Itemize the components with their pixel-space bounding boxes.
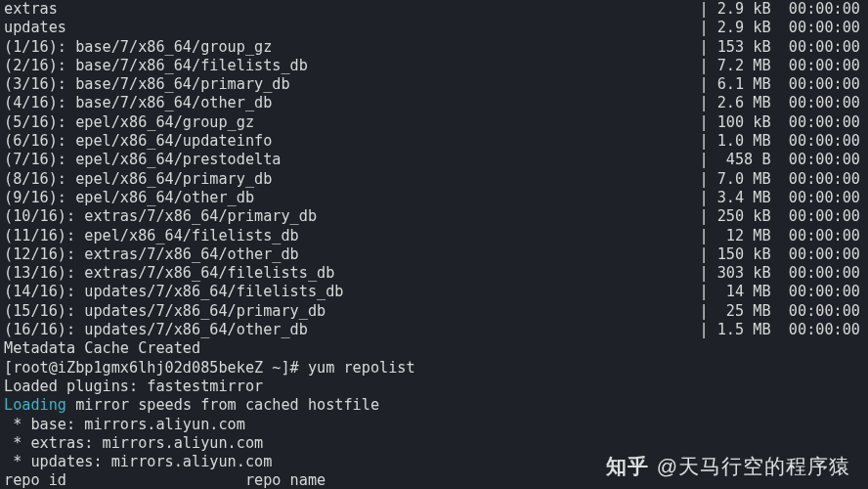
download-row-size-time: | 7.2 MB 00:00:00: [699, 57, 864, 75]
download-row: (11/16): epel/x86_64/filelists_db| 12 MB…: [4, 227, 864, 245]
download-row: (10/16): extras/7/x86_64/primary_db| 250…: [4, 207, 864, 226]
mirror-extras-line: * extras: mirrors.aliyun.com: [4, 434, 864, 453]
download-row-size-time: | 250 kB 00:00:00: [699, 207, 864, 226]
repolist-header-line: repo id repo name: [4, 471, 864, 489]
metadata-cache-created: Metadata Cache Created: [4, 339, 864, 358]
download-row: (12/16): extras/7/x86_64/other_db| 150 k…: [4, 245, 864, 264]
download-row: (1/16): base/7/x86_64/group_gz| 153 kB 0…: [4, 38, 864, 57]
download-row-size-time: | 14 MB 00:00:00: [699, 283, 864, 301]
repo-summary-row-size-time: | 2.9 kB 00:00:00: [699, 19, 864, 37]
command-line: [root@iZbp1gmx6lhj02d085bekeZ ~]# yum re…: [4, 359, 864, 378]
loading-mirror-line: Loading mirror speeds from cached hostfi…: [4, 396, 864, 415]
download-row-path: (2/16): base/7/x86_64/filelists_db: [4, 57, 308, 75]
mirror-base-line: * base: mirrors.aliyun.com: [4, 416, 864, 434]
download-row-path: (1/16): base/7/x86_64/group_gz: [4, 38, 272, 57]
download-row-size-time: | 25 MB 00:00:00: [699, 302, 864, 321]
download-row-path: (9/16): epel/x86_64/other_db: [4, 189, 254, 207]
download-row-size-time: | 12 MB 00:00:00: [699, 227, 864, 245]
download-row-path: (6/16): epel/x86_64/updateinfo: [4, 132, 272, 151]
download-row: (3/16): base/7/x86_64/primary_db| 6.1 MB…: [4, 75, 864, 94]
download-row-path: (5/16): epel/x86_64/group_gz: [4, 113, 254, 132]
shell-prompt: [root@iZbp1gmx6lhj02d085bekeZ ~]#: [4, 359, 308, 378]
download-row: (14/16): updates/7/x86_64/filelists_db| …: [4, 283, 864, 301]
repo-summary-row-path: updates: [4, 19, 66, 37]
mirror-updates-line: * updates: mirrors.aliyun.com: [4, 453, 864, 471]
loading-keyword: Loading: [4, 396, 66, 415]
download-row-size-time: | 100 kB 00:00:00: [699, 113, 864, 132]
download-row-size-time: | 1.5 MB 00:00:00: [699, 321, 864, 339]
mirror-updates-line-path: * updates: mirrors.aliyun.com: [4, 453, 272, 471]
mirror-extras-line-path: * extras: mirrors.aliyun.com: [4, 434, 263, 453]
download-row-path: (11/16): epel/x86_64/filelists_db: [4, 227, 299, 245]
loaded-plugins-line: Loaded plugins: fastestmirror: [4, 378, 864, 396]
download-row-path: (16/16): updates/7/x86_64/other_db: [4, 321, 308, 339]
download-row: (15/16): updates/7/x86_64/primary_db| 25…: [4, 302, 864, 321]
download-row-size-time: | 3.4 MB 00:00:00: [699, 189, 864, 207]
repo-summary-row-size-time: | 2.9 kB 00:00:00: [699, 0, 864, 19]
download-row-path: (8/16): epel/x86_64/primary_db: [4, 170, 272, 189]
download-row-path: (3/16): base/7/x86_64/primary_db: [4, 75, 290, 94]
download-row: (9/16): epel/x86_64/other_db| 3.4 MB 00:…: [4, 189, 864, 207]
download-row-size-time: | 303 kB 00:00:00: [699, 264, 864, 283]
repo-summary-row-path: extras: [4, 0, 58, 19]
download-row-path: (12/16): extras/7/x86_64/other_db: [4, 245, 299, 264]
download-row: (2/16): base/7/x86_64/filelists_db| 7.2 …: [4, 57, 864, 75]
download-row-size-time: | 6.1 MB 00:00:00: [699, 75, 864, 94]
metadata-cache-created-path: Metadata Cache Created: [4, 339, 200, 358]
download-row: (13/16): extras/7/x86_64/filelists_db| 3…: [4, 264, 864, 283]
download-row: (8/16): epel/x86_64/primary_db| 7.0 MB 0…: [4, 170, 864, 189]
download-row-path: (15/16): updates/7/x86_64/primary_db: [4, 302, 326, 321]
loaded-plugins-line-path: Loaded plugins: fastestmirror: [4, 378, 263, 396]
download-row: (16/16): updates/7/x86_64/other_db| 1.5 …: [4, 321, 864, 339]
download-row-path: (13/16): extras/7/x86_64/filelists_db: [4, 264, 334, 283]
repo-summary-row: extras| 2.9 kB 00:00:00: [4, 0, 864, 19]
download-row-size-time: | 1.0 MB 00:00:00: [699, 132, 864, 151]
download-row-size-time: | 2.6 MB 00:00:00: [699, 94, 864, 112]
download-row-path: (4/16): base/7/x86_64/other_db: [4, 94, 272, 112]
terminal-output: extras| 2.9 kB 00:00:00updates| 2.9 kB 0…: [0, 0, 868, 489]
download-row-path: (7/16): epel/x86_64/prestodelta: [4, 151, 281, 169]
download-row-path: (10/16): extras/7/x86_64/primary_db: [4, 207, 317, 226]
download-row-size-time: | 150 kB 00:00:00: [699, 245, 864, 264]
repo-summary-row: updates| 2.9 kB 00:00:00: [4, 19, 864, 37]
loading-rest: mirror speeds from cached hostfile: [66, 396, 379, 415]
download-row: (4/16): base/7/x86_64/other_db| 2.6 MB 0…: [4, 94, 864, 112]
download-row: (6/16): epel/x86_64/updateinfo| 1.0 MB 0…: [4, 132, 864, 151]
download-row-size-time: | 458 B 00:00:00: [699, 151, 864, 169]
download-row: (7/16): epel/x86_64/prestodelta| 458 B 0…: [4, 151, 864, 169]
mirror-base-line-path: * base: mirrors.aliyun.com: [4, 416, 245, 434]
download-row-path: (14/16): updates/7/x86_64/filelists_db: [4, 283, 343, 301]
download-row: (5/16): epel/x86_64/group_gz| 100 kB 00:…: [4, 113, 864, 132]
download-row-size-time: | 7.0 MB 00:00:00: [699, 170, 864, 189]
repolist-header-line-path: repo id repo name: [4, 471, 326, 489]
typed-command[interactable]: yum repolist: [308, 359, 415, 378]
download-row-size-time: | 153 kB 00:00:00: [699, 38, 864, 57]
